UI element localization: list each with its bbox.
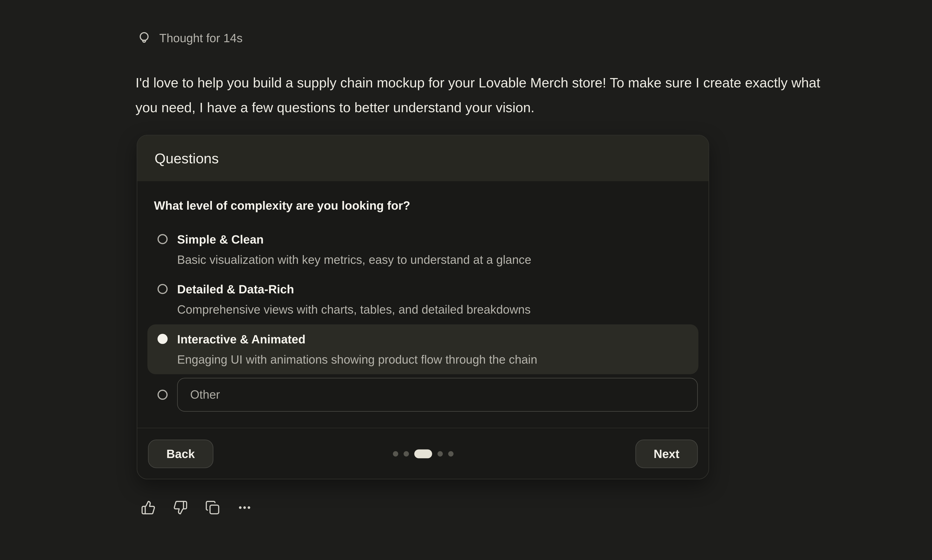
option-simple-clean[interactable]: Simple & Clean Basic visualization with … [147,225,698,274]
radio-icon[interactable] [157,284,168,294]
option-detailed-data-rich[interactable]: Detailed & Data-Rich Comprehensive views… [147,274,698,324]
pagination-dot [403,451,409,456]
thinking-summary-label: Thought for 14s [159,32,243,45]
thumbs-up-icon [141,500,156,515]
more-options-button[interactable] [237,500,252,515]
option-other[interactable] [147,374,698,412]
questions-card-body: What level of complexity are you looking… [137,181,709,428]
option-title: Simple & Clean [177,232,531,247]
question-text: What level of complexity are you looking… [154,198,692,213]
pagination-dots [393,449,453,458]
next-button[interactable]: Next [635,440,698,468]
questions-card-title: Questions [154,150,219,166]
option-description: Comprehensive views with charts, tables,… [177,302,531,317]
thinking-summary[interactable]: Thought for 14s [137,31,242,46]
copy-icon [205,500,220,515]
pagination-dot [437,451,443,456]
other-input[interactable] [177,378,698,412]
more-options-icon [237,500,252,515]
questions-card-footer: Back Next [137,428,709,479]
radio-icon[interactable] [157,234,168,244]
pagination-dot-active [414,449,432,458]
chat-message-region: Thought for 14s I'd love to help you bui… [0,0,932,560]
questions-card-header: Questions [137,135,709,181]
back-button[interactable]: Back [148,440,213,468]
radio-icon[interactable] [157,390,168,400]
option-interactive-animated[interactable]: Interactive & Animated Engaging UI with … [147,324,698,374]
thumbs-down-icon [173,500,188,515]
assistant-message: I'd love to help you build a supply chai… [136,70,840,120]
message-actions [141,500,252,515]
questions-card: Questions What level of complexity are y… [137,135,709,479]
option-title: Interactive & Animated [177,332,537,346]
option-description: Basic visualization with key metrics, ea… [177,252,531,267]
option-description: Engaging UI with animations showing prod… [177,352,537,367]
pagination-dot [393,451,398,456]
copy-button[interactable] [205,500,220,515]
lightbulb-icon [137,31,151,46]
thumbs-down-button[interactable] [173,500,188,515]
pagination-dot [448,451,453,456]
radio-selected-icon[interactable] [157,334,168,344]
thumbs-up-button[interactable] [141,500,156,515]
option-title: Detailed & Data-Rich [177,282,531,297]
